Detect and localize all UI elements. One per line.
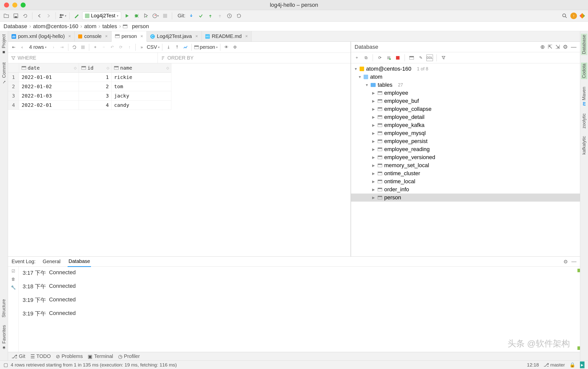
stop-icon[interactable] [395, 55, 401, 61]
status-tool-icon[interactable]: ▢ [4, 362, 8, 368]
users-icon[interactable]: ▾ [59, 12, 66, 20]
favorites-tool-button[interactable]: ★ Favorites [1, 325, 7, 350]
crumb-tables[interactable]: tables [102, 23, 117, 30]
tree-table-employee_mysql[interactable]: ▶employee_mysql [351, 129, 580, 137]
tree-schema[interactable]: ▼atom [351, 73, 580, 81]
minimize-window-icon[interactable] [12, 3, 17, 8]
git-branch[interactable]: ⎇ master [544, 362, 565, 368]
tree-datasource[interactable]: ▼atom@centos-160 1 of 8 [351, 65, 580, 73]
new-icon[interactable]: ＋ [354, 55, 360, 61]
forward-icon[interactable] [45, 12, 53, 20]
cell-name[interactable]: rickie [112, 73, 171, 82]
close-window-icon[interactable] [4, 3, 9, 8]
run-config-selector[interactable]: Log4j2Test ▾ [82, 12, 121, 20]
history-icon[interactable] [226, 12, 233, 20]
tab-console[interactable]: console× [75, 31, 111, 41]
crumb-schema[interactable]: atom [84, 23, 96, 30]
database-tool-button[interactable]: Database [581, 34, 587, 55]
close-icon[interactable]: × [105, 34, 108, 39]
tree-table-order_info[interactable]: ▶order_info [351, 186, 580, 194]
sync-icon[interactable] [385, 55, 392, 61]
cell-name[interactable]: jacky [112, 91, 171, 101]
tree-table-employee_persist[interactable]: ▶employee_persist [351, 137, 580, 145]
mark-read-icon[interactable]: ☑ [12, 269, 15, 273]
tree-table-employee[interactable]: ▶employee [351, 89, 580, 97]
first-page-icon[interactable]: ⇤ [10, 44, 17, 51]
last-page-icon[interactable]: ⇥ [59, 44, 66, 51]
git-update-icon[interactable] [216, 12, 224, 20]
reload-icon[interactable] [71, 44, 78, 51]
tree-table-memory_set_local[interactable]: ▶memory_set_local [351, 161, 580, 169]
event-log-tab-general[interactable]: General [42, 257, 62, 266]
open-icon[interactable] [3, 12, 10, 20]
row-number[interactable]: 2 [8, 82, 19, 91]
export-icon[interactable]: ⤓ [165, 44, 172, 51]
jetbrains-icon[interactable] [579, 13, 585, 19]
lock-icon[interactable]: 🔒 [569, 362, 575, 368]
ide-update-icon[interactable]: ↑ [570, 13, 577, 19]
commit-tool-button[interactable]: ✓ Commit [1, 62, 7, 85]
gear-icon[interactable]: ⚙ [563, 44, 568, 50]
refresh-icon[interactable] [22, 12, 29, 20]
expand-icon[interactable]: ⇲ [555, 44, 560, 50]
filter-icon[interactable] [440, 55, 447, 61]
search-icon[interactable] [561, 12, 568, 20]
tree-table-employee_collapse[interactable]: ▶employee_collapse [351, 105, 580, 113]
compare-icon[interactable] [182, 44, 189, 51]
cell-date[interactable]: 2022-01-02 [19, 82, 79, 91]
gear-icon[interactable]: ⚙ [563, 259, 568, 265]
revert-icon[interactable] [235, 12, 243, 20]
row-number[interactable]: 1 [8, 73, 19, 82]
row-number[interactable]: 3 [8, 91, 19, 101]
tree-table-person[interactable]: ▶person [351, 194, 580, 202]
hide-icon[interactable]: — [571, 44, 576, 50]
settings-icon[interactable]: ⚙ [231, 44, 238, 51]
problems-tool-button[interactable]: ⊘ Problems [56, 353, 83, 359]
hammer-icon[interactable] [73, 12, 80, 20]
tab-pom[interactable]: mpom.xml (log4j-hello)× [8, 31, 75, 41]
debug-icon[interactable] [133, 12, 140, 20]
tree-table-employee_versioned[interactable]: ▶employee_versioned [351, 153, 580, 161]
column-header-date[interactable]: date◇ [19, 63, 79, 73]
maven-tool-button[interactable]: m Maven [581, 87, 587, 106]
todo-tool-button[interactable]: ☰ TODO [30, 353, 51, 359]
zoolytic-tool-button[interactable]: zoolytic [581, 113, 587, 128]
target-icon[interactable]: ⊕ [540, 44, 545, 50]
cell-id[interactable]: 4 [79, 101, 112, 110]
close-icon[interactable]: × [140, 34, 143, 39]
row-count[interactable]: 4 rows ▾ [27, 44, 48, 50]
table-view-icon[interactable] [408, 55, 415, 61]
tree-tables-folder[interactable]: ▼tables 27 [351, 81, 580, 89]
codota-tool-button[interactable]: Codota [581, 63, 587, 79]
tree-table-ontime_cluster[interactable]: ▶ontime_cluster [351, 169, 580, 177]
back-icon[interactable] [35, 12, 43, 20]
tree-table-employee_buf[interactable]: ▶employee_buf [351, 97, 580, 105]
view-icon[interactable]: 👁 [223, 44, 230, 51]
git-pull-icon[interactable] [187, 12, 195, 20]
close-icon[interactable]: × [195, 34, 198, 39]
git-push-icon[interactable] [207, 12, 214, 20]
refresh-icon[interactable]: ⟳ [376, 55, 383, 61]
next-page-icon[interactable]: › [50, 44, 57, 51]
crumb-database[interactable]: Database [4, 23, 27, 30]
table-selector[interactable]: person ▾ [194, 44, 218, 50]
coverage-icon[interactable] [142, 12, 150, 20]
git-tool-button[interactable]: ⎇ Git [12, 353, 25, 359]
duplicate-icon[interactable]: ⧉ [363, 55, 369, 61]
run-icon[interactable] [123, 12, 131, 20]
profiler-tool-button[interactable]: ◷ Profiler [118, 353, 140, 359]
trash-icon[interactable]: 🗑 [11, 277, 15, 282]
save-icon[interactable] [12, 12, 20, 20]
row-number[interactable]: 4 [8, 101, 19, 110]
close-icon[interactable]: × [245, 34, 248, 39]
where-filter[interactable]: WHERE [8, 53, 158, 63]
cell-id[interactable]: 1 [79, 73, 112, 82]
orderby-filter[interactable]: ORDER BY [158, 53, 197, 63]
crumb-table[interactable]: person [123, 23, 149, 30]
edit-icon[interactable]: ✎ [417, 55, 424, 61]
tree-table-employee_kafka[interactable]: ▶employee_kafka [351, 121, 580, 129]
import-icon[interactable]: ⤒ [173, 44, 180, 51]
terminal-status-icon[interactable]: ▸ [580, 361, 584, 368]
tree-table-ontime_local[interactable]: ▶ontime_local [351, 177, 580, 186]
cell-name[interactable]: candy [112, 101, 171, 110]
